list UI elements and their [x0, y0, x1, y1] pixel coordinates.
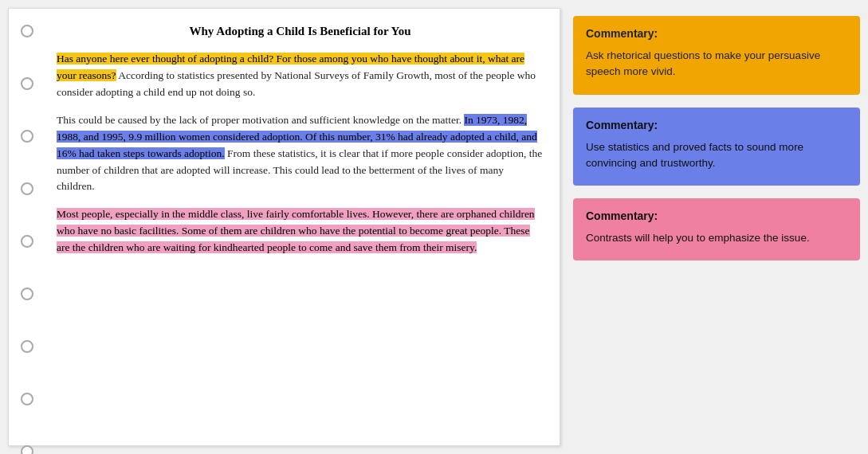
commentary-text-2: Use statistics and proved facts to sound…	[586, 139, 847, 172]
radio-dot-9[interactable]	[21, 445, 33, 454]
paragraph-1-text: According to statistics presented by Nat…	[57, 69, 536, 98]
commentary-panel: Commentary: Ask rhetorical questions to …	[573, 8, 860, 446]
document-body: Has anyone here ever thought of adopting…	[57, 51, 544, 256]
commentary-label-2: Commentary:	[586, 119, 847, 131]
highlight-pink-1: Most people, especially in the middle cl…	[57, 208, 535, 253]
radio-dot-2[interactable]	[21, 77, 33, 90]
commentary-card-3: Commentary: Contrasts will help you to e…	[573, 198, 860, 260]
commentary-card-2: Commentary: Use statistics and proved fa…	[573, 108, 860, 186]
paragraph-3: Most people, especially in the middle cl…	[57, 206, 544, 256]
radio-dot-3[interactable]	[21, 130, 33, 143]
radio-dot-1[interactable]	[21, 25, 33, 37]
radio-dot-4[interactable]	[21, 182, 33, 195]
commentary-label-3: Commentary:	[586, 209, 847, 222]
radio-dot-6[interactable]	[21, 288, 33, 300]
commentary-text-1: Ask rhetorical questions to make your pe…	[586, 48, 847, 80]
radio-dot-7[interactable]	[21, 340, 33, 353]
paragraph-1: Has anyone here ever thought of adopting…	[57, 51, 544, 101]
document-panel: Why Adopting a Child Is Beneficial for Y…	[8, 8, 560, 446]
paragraph-2: This could be caused by the lack of prop…	[57, 112, 544, 196]
radio-dot-8[interactable]	[21, 393, 33, 405]
radio-column	[21, 25, 33, 454]
commentary-card-1: Commentary: Ask rhetorical questions to …	[573, 16, 860, 95]
document-title: Why Adopting a Child Is Beneficial for Y…	[57, 25, 544, 38]
radio-dot-5[interactable]	[21, 235, 33, 248]
commentary-text-3: Contrasts will help you to emphasize the…	[586, 230, 847, 246]
commentary-label-1: Commentary:	[586, 27, 847, 40]
paragraph-2-intro: This could be caused by the lack of prop…	[57, 114, 464, 126]
